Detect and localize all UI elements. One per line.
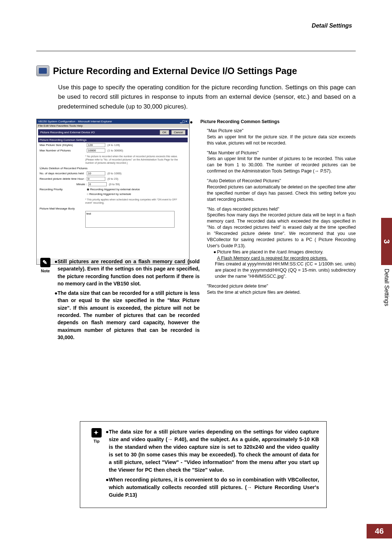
hint-text: (0 to 23)	[107, 177, 118, 180]
field-label: Minute :	[40, 183, 88, 186]
tip-block: Tip ●The data size for a still picture v…	[80, 421, 327, 508]
item-text: Sets an upper limit for the picture size…	[207, 134, 356, 146]
hint-text: (0 to 1000)	[107, 172, 122, 175]
section-icon	[36, 65, 49, 76]
window-title: VB150 System Configuration - Microsoft I…	[38, 120, 112, 123]
tip-item: The data size for a still picture varies…	[109, 428, 319, 474]
item-text: Specifies how many days the recorded pic…	[207, 212, 356, 249]
page-number: 46	[367, 524, 392, 538]
max-picture-size-input[interactable]: 128	[87, 143, 105, 147]
message-body-textarea[interactable]: test	[85, 211, 175, 228]
field-label: Recorded picture delete time Hour :	[40, 177, 87, 180]
days-held-input[interactable]: 10	[87, 171, 105, 175]
footnote: * No picture is recorded when the number…	[85, 155, 184, 164]
delete-minute-input[interactable]: 0	[88, 182, 107, 186]
chapter-tab: 3	[381, 218, 392, 265]
field-label: Recording Priority	[40, 188, 87, 191]
ok-button[interactable]: OK	[160, 130, 169, 135]
max-number-input[interactable]: 10000	[87, 149, 105, 153]
item-title: "Recorded picture delete time"	[207, 283, 356, 289]
sub-item: Picture files are placed in the /card /i…	[217, 249, 323, 255]
hint-text: (4 to 128)	[107, 143, 120, 147]
checkbox[interactable]: ☑	[40, 167, 42, 170]
note-block: Note ●Still pictures are recorded on a f…	[36, 258, 200, 343]
item-text: Sets an upper limit for the number of pi…	[207, 156, 356, 174]
menu-bar: File Edit View Favorites Tools Help	[37, 124, 189, 128]
field-label: Picture Mail Message Body	[40, 207, 87, 210]
sub-item: A Flash Memory card is required for reco…	[217, 255, 327, 261]
cancel-button[interactable]: Cancel	[171, 130, 185, 135]
radio[interactable]: ◉	[87, 188, 90, 191]
intro-paragraph: Use this page to specify the operating c…	[58, 83, 356, 111]
note-item: The data size that can be recorded for a…	[57, 289, 200, 341]
sub-item: Files created at yyyy/mm/dd HH:MM:SS:CC …	[215, 261, 356, 280]
item-title: "Auto Deletion of Recorded Pictures"	[207, 178, 356, 184]
horizontal-rule	[36, 51, 356, 51]
running-header: Detail Settings	[312, 23, 352, 29]
page-title: Picture Recording and External Device I/…	[53, 66, 297, 76]
item-text: Sets the time at which picture files are…	[207, 289, 356, 296]
explanation-column: Picture Recording Common Settings "Max P…	[200, 119, 356, 299]
chapter-side-label: Detail Settings	[383, 269, 390, 306]
explanation-heading: Picture Recording Common Settings	[200, 119, 356, 125]
panel-header: Picture Recording and External Device I/…	[40, 131, 95, 134]
tip-label: Tip	[87, 439, 106, 443]
note-item: Still pictures are recorded on a flash m…	[57, 258, 200, 287]
settings-screenshot: VB150 System Configuration - Microsoft I…	[36, 119, 189, 265]
field-label: Max Picture Size (Kbytes)	[40, 143, 87, 147]
note-label: Note	[36, 269, 54, 273]
item-title: "No. of days recorded pictures held"	[207, 206, 356, 212]
tip-item: When recording pictures, it is convenien…	[109, 476, 319, 499]
hint-text: (1 to 30000)	[107, 149, 123, 152]
item-title: "Max Picture size"	[207, 128, 356, 134]
window-controls-icon: ▁▢✕	[180, 120, 188, 123]
tip-icon	[91, 428, 102, 438]
checkbox-label: Auto Deletion of Recorded Pictures	[42, 167, 87, 170]
radio-label: Recording triggered by external device	[90, 188, 140, 191]
item-text: Recorded pictures can automatically be d…	[207, 184, 356, 203]
item-title: "Max Number of Pictures"	[207, 150, 356, 156]
section-heading: Picture Recording Common Settings	[38, 138, 188, 142]
delete-hour-input[interactable]: 0	[87, 177, 105, 181]
radio-label: Recording triggered by schedule	[89, 192, 131, 196]
footnote: * This priority applies when scheduled r…	[85, 198, 184, 204]
field-label: Max Number of Pictures	[40, 149, 87, 152]
field-label: No. of days recorded pictures held	[40, 172, 87, 175]
hint-text: (0 to 59)	[109, 183, 120, 186]
radio[interactable]: ○	[87, 192, 89, 196]
note-icon	[40, 258, 50, 267]
